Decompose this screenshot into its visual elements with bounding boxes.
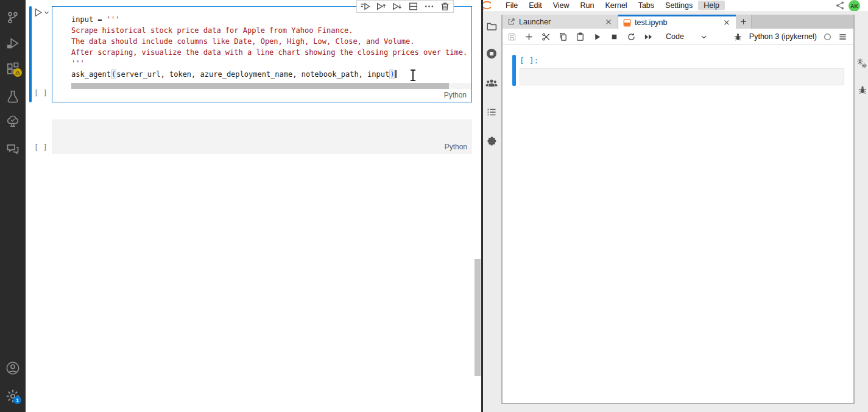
- restart-run-all-button[interactable]: [644, 32, 653, 41]
- kernel-name[interactable]: Python 3 (ipykernel): [749, 32, 817, 41]
- debugger-toggle-button[interactable]: [733, 32, 743, 41]
- menu-file[interactable]: File: [500, 1, 523, 10]
- bug-icon: [858, 85, 867, 95]
- tab-label: test.ipynb: [635, 18, 668, 27]
- execute-below-icon: [392, 1, 402, 12]
- menu-items: File Edit View Run Kernel Tabs Settings …: [500, 1, 725, 10]
- code-line: After scraping, visualize the data with …: [71, 47, 467, 58]
- plus-icon: [524, 32, 534, 41]
- ellipsis-icon: [424, 1, 434, 12]
- tab-notebook[interactable]: test.ipynb: [618, 15, 736, 29]
- run-debug-icon[interactable]: [6, 37, 19, 50]
- play-icon: [33, 7, 43, 18]
- trash-icon: [440, 1, 450, 12]
- puzzle-icon: [487, 136, 497, 146]
- sidebar-tab-collaboration[interactable]: [485, 77, 498, 88]
- scrollbar-thumb[interactable]: [71, 83, 449, 89]
- execution-count: [ ]: [34, 143, 48, 152]
- tree-check-icon[interactable]: [6, 115, 19, 128]
- sidebar-tab-property-inspector[interactable]: [856, 58, 867, 69]
- new-tab-button[interactable]: [736, 15, 752, 29]
- screen: 1: [0, 0, 868, 412]
- menu-view[interactable]: View: [548, 1, 575, 10]
- user-avatar[interactable]: AK: [849, 0, 860, 11]
- add-cell-button[interactable]: [524, 32, 534, 41]
- sidebar-tab-file-browser[interactable]: [486, 21, 497, 32]
- close-icon[interactable]: [604, 18, 613, 26]
- comments-icon[interactable]: [6, 143, 19, 156]
- sidebar-tab-running-kernels[interactable]: [485, 48, 498, 60]
- code-segment: (: [111, 69, 116, 79]
- horizontal-scrollbar[interactable]: [71, 83, 471, 89]
- code-segment: ask_agent: [71, 70, 111, 79]
- code-segment: The data should include columns like Dat…: [71, 37, 415, 46]
- more-actions-button[interactable]: [424, 1, 434, 12]
- menu-help[interactable]: Help: [698, 1, 725, 10]
- close-icon[interactable]: [722, 18, 731, 27]
- restart-icon: [627, 32, 636, 41]
- property-inspector-gears-icon: [856, 58, 867, 69]
- save-button[interactable]: [507, 32, 517, 41]
- notebook-empty-cell[interactable]: Python: [52, 119, 472, 154]
- paste-cells-button[interactable]: [576, 32, 585, 41]
- restart-kernel-button[interactable]: [627, 32, 636, 41]
- share-button[interactable]: [835, 1, 845, 10]
- sidebar-tab-debugger[interactable]: [858, 85, 867, 95]
- sidebar-tab-extension-manager[interactable]: [487, 136, 497, 146]
- split-cell-button[interactable]: [408, 1, 418, 12]
- execute-below-button[interactable]: [392, 1, 402, 12]
- tab-label: Launcher: [519, 18, 551, 26]
- menu-kernel[interactable]: Kernel: [600, 1, 633, 10]
- toolbar-overflow-button[interactable]: [838, 32, 847, 41]
- split-cell-icon: [408, 1, 418, 12]
- test-beaker-icon[interactable]: [6, 90, 19, 103]
- code-segment: ''': [71, 59, 85, 68]
- code-line: The data should include columns like Dat…: [71, 36, 467, 47]
- sidebar-tab-table-of-contents[interactable]: [487, 107, 496, 117]
- menu-tabs[interactable]: Tabs: [633, 1, 660, 10]
- run-cell-button[interactable]: [33, 7, 51, 18]
- code-segment: server_url, token, azure_deployment_name…: [116, 70, 389, 79]
- copy-cells-button[interactable]: [559, 32, 568, 41]
- delete-cell-button[interactable]: [440, 1, 450, 12]
- execution-count: [ ]: [34, 89, 48, 98]
- run-button[interactable]: [593, 32, 602, 41]
- code-line: input = ''': [71, 14, 467, 25]
- jupyterlab-window: File Edit View Run Kernel Tabs Settings …: [483, 0, 868, 412]
- interrupt-kernel-button[interactable]: [610, 32, 619, 41]
- kernel-group: Python 3 (ipykernel): [733, 32, 847, 41]
- account-icon[interactable]: [5, 361, 20, 375]
- save-icon: [507, 32, 517, 41]
- cell-selection-bar: [29, 6, 32, 102]
- source-control-icon[interactable]: [6, 11, 19, 24]
- cut-cells-button[interactable]: [542, 32, 551, 41]
- cell-collapser[interactable]: [512, 55, 516, 86]
- scissors-icon: [542, 32, 551, 41]
- extensions-warning-badge: [13, 68, 22, 77]
- cell-type-dropdown[interactable]: Code: [666, 32, 708, 41]
- jupyterlab-main-area: Launcher test.ipynb: [501, 15, 855, 404]
- menu-run[interactable]: Run: [575, 1, 600, 10]
- menu-settings[interactable]: Settings: [660, 1, 698, 10]
- editor-vertical-scrollbar[interactable]: [475, 259, 481, 376]
- run-by-line-button[interactable]: [360, 1, 370, 12]
- tab-launcher[interactable]: Launcher: [503, 15, 618, 29]
- stop-icon: [610, 32, 619, 41]
- plus-icon: [739, 18, 747, 26]
- chevron-down-icon: [43, 9, 50, 16]
- code-line: Scrape historical stock price data for A…: [71, 25, 467, 36]
- notebook-icon: [623, 19, 631, 27]
- copy-icon: [559, 32, 568, 41]
- run-icon: [593, 32, 602, 41]
- notebook-cell-input[interactable]: [520, 68, 844, 85]
- execute-above-button[interactable]: [376, 1, 386, 12]
- text-caret: [395, 70, 397, 78]
- code-editor[interactable]: input = ''' Scrape historical stock pric…: [71, 14, 467, 80]
- running-sessions-icon: [485, 48, 498, 60]
- run-by-line-icon: [360, 1, 370, 12]
- menu-edit[interactable]: Edit: [523, 1, 548, 10]
- code-segment: Scrape historical stock price data for A…: [71, 26, 353, 35]
- code-line: ''': [71, 58, 467, 69]
- cell-type-value: Code: [666, 32, 684, 41]
- mouse-cursor-ibeam: [409, 69, 417, 81]
